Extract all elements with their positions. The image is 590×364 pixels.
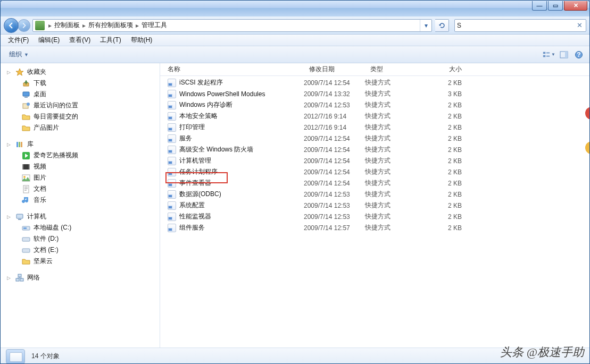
sidebar[interactable]: ▷ 收藏夹 下载桌面最近访问的位置每日需要提交的产品图片 ▷ 库 爱奇艺热播视频… bbox=[1, 63, 160, 348]
sidebar-header-computer[interactable]: ▷ 计算机 bbox=[1, 211, 160, 222]
maximize-button[interactable]: ▭ bbox=[548, 1, 563, 11]
file-size: 2 KB bbox=[425, 180, 472, 187]
file-row[interactable]: 打印管理2012/7/16 9:14快捷方式2 KB bbox=[160, 122, 589, 133]
organize-button[interactable]: 组织 ▼ bbox=[5, 48, 33, 61]
file-type: 快捷方式 bbox=[365, 145, 425, 154]
svg-rect-25 bbox=[18, 219, 21, 220]
file-row[interactable]: 高级安全 Windows 防火墙2009/7/14 12:54快捷方式2 KB bbox=[160, 144, 589, 155]
file-row[interactable]: 系统配置2009/7/14 12:53快捷方式2 KB bbox=[160, 200, 589, 211]
svg-rect-27 bbox=[23, 227, 27, 229]
file-name: 打印管理 bbox=[179, 123, 205, 132]
file-row[interactable]: 计算机管理2009/7/14 12:54快捷方式2 KB bbox=[160, 155, 589, 166]
file-row[interactable]: 数据源(ODBC)2009/7/14 12:53快捷方式2 KB bbox=[160, 189, 589, 200]
refresh-button[interactable] bbox=[435, 19, 449, 32]
menu-view[interactable]: 查看(V) bbox=[65, 35, 95, 46]
sidebar-header-network[interactable]: ▷ 网络 bbox=[1, 272, 160, 283]
file-date: 2009/7/14 12:53 bbox=[304, 191, 365, 198]
file-row[interactable]: 本地安全策略2012/7/16 9:14快捷方式2 KB bbox=[160, 111, 589, 122]
preview-pane-button[interactable] bbox=[558, 48, 570, 61]
file-row[interactable]: iSCSI 发起程序2009/7/14 12:54快捷方式2 KB bbox=[160, 77, 589, 88]
breadcrumb-sep: ▸ bbox=[81, 22, 87, 29]
file-row[interactable]: 任务计划程序2009/7/14 12:54快捷方式2 KB bbox=[160, 166, 589, 177]
nav-bar: ▸ 控制面板 ▸ 所有控制面板项 ▸ 管理工具 ▾ ✕ bbox=[1, 16, 589, 35]
menu-help[interactable]: 帮助(H) bbox=[127, 35, 157, 46]
sidebar-item-lib-0[interactable]: 爱奇艺热播视频 bbox=[1, 150, 160, 161]
svg-rect-9 bbox=[23, 92, 29, 96]
search-box[interactable]: ✕ bbox=[454, 19, 586, 32]
sidebar-item-lib-3[interactable]: 文档 bbox=[1, 183, 160, 194]
file-row[interactable]: 服务2009/7/14 12:54快捷方式2 KB bbox=[160, 133, 589, 144]
svg-rect-29 bbox=[22, 249, 30, 252]
file-row[interactable]: 组件服务2009/7/14 12:57快捷方式2 KB bbox=[160, 222, 589, 233]
shortcut-icon bbox=[168, 157, 176, 165]
svg-rect-5 bbox=[565, 52, 568, 58]
file-type: 快捷方式 bbox=[365, 223, 425, 232]
menu-edit[interactable]: 编辑(E) bbox=[34, 35, 64, 46]
shortcut-icon bbox=[168, 224, 176, 232]
shortcut-icon bbox=[168, 101, 176, 109]
sidebar-header-libraries[interactable]: ▷ 库 bbox=[1, 139, 160, 150]
menu-file[interactable]: 文件(F) bbox=[4, 35, 33, 46]
sidebar-item-lib-4[interactable]: 音乐 bbox=[1, 194, 160, 206]
sidebar-item-fav-4[interactable]: 产品图片 bbox=[1, 122, 160, 133]
file-size: 2 KB bbox=[425, 213, 472, 221]
sidebar-header-favorites[interactable]: ▷ 收藏夹 bbox=[1, 66, 160, 78]
file-type: 快捷方式 bbox=[365, 156, 425, 165]
file-name: Windows 内存诊断 bbox=[179, 100, 232, 109]
back-button[interactable] bbox=[4, 18, 19, 33]
sidebar-item-comp-0[interactable]: 本地磁盘 (C:) bbox=[1, 222, 160, 233]
item-icon bbox=[22, 90, 30, 99]
menu-tools[interactable]: 工具(T) bbox=[96, 35, 125, 46]
forward-button[interactable] bbox=[18, 19, 30, 32]
svg-rect-24 bbox=[16, 214, 23, 218]
sidebar-item-fav-1[interactable]: 桌面 bbox=[1, 89, 160, 100]
file-row[interactable]: Windows PowerShell Modules2009/7/14 13:3… bbox=[160, 88, 589, 99]
sidebar-item-comp-1[interactable]: 软件 (D:) bbox=[1, 233, 160, 244]
file-name: 事件查看器 bbox=[179, 179, 211, 188]
address-dropdown[interactable]: ▾ bbox=[420, 20, 431, 31]
close-button[interactable]: ✕ bbox=[564, 1, 587, 11]
address-bar[interactable]: ▸ 控制面板 ▸ 所有控制面板项 ▸ 管理工具 ▾ bbox=[32, 19, 432, 32]
file-type: 快捷方式 bbox=[365, 134, 425, 143]
sidebar-item-fav-2[interactable]: 最近访问的位置 bbox=[1, 100, 160, 111]
item-icon bbox=[22, 257, 30, 266]
column-headers[interactable]: 名称 修改日期 类型 大小 bbox=[160, 63, 589, 76]
search-input[interactable] bbox=[457, 22, 576, 29]
chevron-down-icon: ▼ bbox=[551, 52, 555, 57]
svg-rect-23 bbox=[23, 185, 29, 193]
sidebar-item-lib-1[interactable]: 视频 bbox=[1, 161, 160, 172]
svg-rect-3 bbox=[546, 55, 550, 56]
svg-rect-18 bbox=[22, 164, 30, 170]
file-list[interactable]: iSCSI 发起程序2009/7/14 12:54快捷方式2 KBWindows… bbox=[160, 76, 589, 348]
file-row[interactable]: Windows 内存诊断2009/7/14 12:53快捷方式2 KB bbox=[160, 99, 589, 111]
sidebar-item-comp-2[interactable]: 文档 (E:) bbox=[1, 244, 160, 256]
breadcrumb-seg-1[interactable]: 所有控制面板项 bbox=[87, 21, 134, 30]
view-options-button[interactable]: ▼ bbox=[543, 48, 555, 61]
col-date[interactable]: 修改日期 bbox=[304, 65, 365, 74]
shortcut-icon bbox=[168, 190, 176, 199]
file-row[interactable]: 性能监视器2009/7/14 12:53快捷方式2 KB bbox=[160, 211, 589, 222]
item-icon bbox=[22, 174, 30, 182]
sidebar-item-comp-3[interactable]: 坚果云 bbox=[1, 256, 160, 267]
clear-search-icon[interactable]: ✕ bbox=[576, 21, 584, 29]
item-icon bbox=[22, 185, 30, 193]
shortcut-icon bbox=[168, 179, 176, 188]
arrow-right-icon bbox=[21, 22, 27, 29]
file-date: 2009/7/14 12:53 bbox=[304, 213, 365, 221]
shortcut-icon bbox=[168, 79, 176, 87]
sidebar-item-lib-2[interactable]: 图片 bbox=[1, 172, 160, 183]
col-name[interactable]: 名称 bbox=[160, 65, 304, 74]
title-bar[interactable]: — ▭ ✕ bbox=[1, 1, 589, 16]
help-button[interactable]: ? bbox=[572, 48, 585, 61]
file-type: 快捷方式 bbox=[365, 179, 425, 188]
col-type[interactable]: 类型 bbox=[365, 65, 425, 74]
sidebar-item-fav-0[interactable]: 下载 bbox=[1, 78, 160, 89]
col-size[interactable]: 大小 bbox=[425, 65, 472, 74]
chevron-down-icon: ▼ bbox=[24, 52, 29, 57]
minimize-button[interactable]: — bbox=[532, 1, 547, 11]
breadcrumb-seg-2[interactable]: 管理工具 bbox=[140, 21, 168, 30]
sidebar-item-fav-3[interactable]: 每日需要提交的 bbox=[1, 111, 160, 122]
file-row[interactable]: 事件查看器2009/7/14 12:54快捷方式2 KB bbox=[160, 177, 589, 189]
breadcrumb-seg-0[interactable]: 控制面板 bbox=[53, 21, 81, 30]
item-icon bbox=[22, 246, 30, 255]
